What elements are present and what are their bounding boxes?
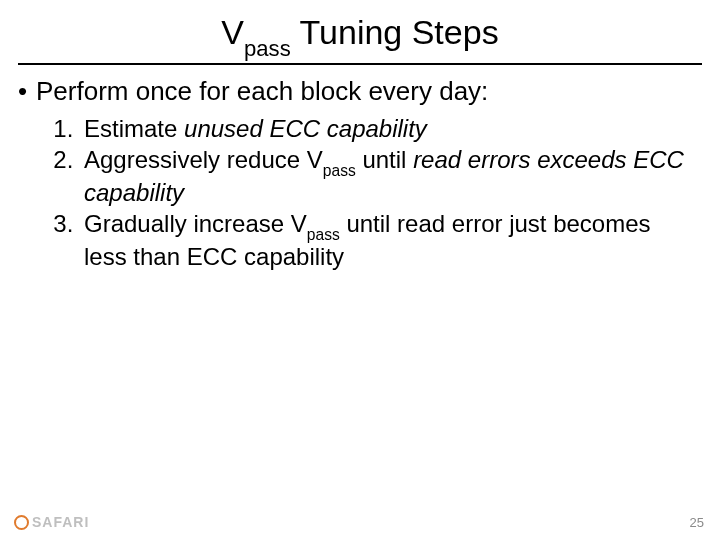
step-pre: Aggressively reduce: [84, 146, 307, 173]
slide-title: Vpass Tuning Steps: [0, 0, 720, 57]
logo-ring-icon: [14, 515, 29, 530]
logo-text: SAFARI: [32, 514, 89, 530]
step-vsub: pass: [323, 162, 356, 179]
lead-text: Perform once for each block every day:: [36, 76, 488, 106]
step-v: V: [307, 146, 323, 173]
list-item: Estimate unused ECC capability: [80, 114, 692, 143]
step-pre: Estimate: [84, 115, 184, 142]
footer-logo: SAFARI: [14, 514, 89, 530]
slide-body: •Perform once for each block every day: …: [0, 65, 720, 271]
step-pre: Gradually increase: [84, 210, 291, 237]
step-v: V: [291, 210, 307, 237]
lead-line: •Perform once for each block every day:: [18, 75, 702, 108]
list-item: Gradually increase Vpass until read erro…: [80, 209, 692, 271]
title-v: V: [221, 13, 244, 51]
title-sub: pass: [244, 36, 291, 61]
list-item: Aggressively reduce Vpass until read err…: [80, 145, 692, 207]
steps-list: Estimate unused ECC capability Aggressiv…: [18, 114, 702, 271]
slide: Vpass Tuning Steps •Perform once for eac…: [0, 0, 720, 540]
page-number: 25: [690, 515, 704, 530]
bullet-icon: •: [18, 75, 36, 108]
step-post: until: [356, 146, 413, 173]
step-vsub: pass: [307, 226, 340, 243]
step-em: unused ECC capability: [184, 115, 427, 142]
title-rest: Tuning Steps: [291, 13, 499, 51]
